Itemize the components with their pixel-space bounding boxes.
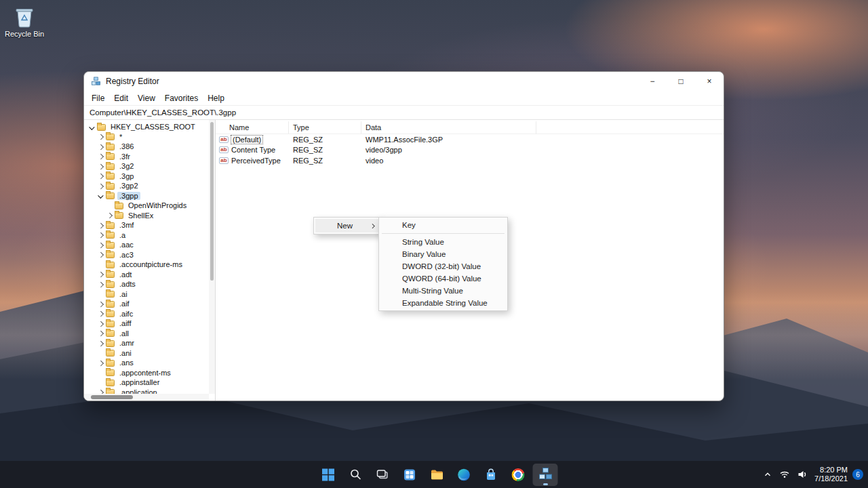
scrollbar-thumb[interactable] [210, 122, 214, 281]
tree-item-a[interactable]: .a [84, 230, 215, 241]
submenu-item-dword-32-bit-value[interactable]: DWORD (32-bit) Value [380, 260, 506, 272]
chevron-right-icon[interactable] [96, 163, 105, 169]
tree-item-aif[interactable]: .aif [84, 299, 215, 309]
folder-icon [106, 321, 115, 327]
chevron-down-icon[interactable] [87, 123, 96, 130]
chevron-right-icon[interactable] [96, 281, 105, 287]
chevron-right-icon[interactable] [96, 300, 105, 307]
network-icon[interactable] [776, 466, 793, 483]
submenu-item-binary-value[interactable]: Binary Value [380, 248, 506, 260]
chevron-right-icon[interactable] [96, 251, 105, 258]
chevron-right-icon[interactable] [96, 310, 105, 317]
context-menu-item-new[interactable]: New [315, 219, 380, 232]
tree-item-aiff[interactable]: .aiff [84, 319, 215, 329]
string-value-icon: ab [219, 146, 229, 153]
tree-item-3gp[interactable]: .3gp [84, 171, 215, 182]
tree-item-appinstaller[interactable]: .appinstaller [84, 378, 215, 388]
tree-item-accountpicture-ms[interactable]: .accountpicture-ms [84, 260, 215, 270]
tree-item-item[interactable]: * [84, 132, 215, 142]
chrome-icon [512, 468, 525, 481]
tree-item-hkey-classes-root[interactable]: HKEY_CLASSES_ROOT [84, 122, 215, 132]
submenu-item-multi-string-value[interactable]: Multi-String Value [380, 285, 506, 297]
maximize-button[interactable]: □ [667, 72, 695, 91]
chevron-right-icon[interactable] [96, 320, 105, 327]
chevron-right-icon[interactable] [96, 232, 105, 239]
hidden-icons-chevron[interactable] [760, 467, 776, 482]
taskbar-button-store[interactable] [479, 464, 504, 486]
taskbar-button-search[interactable] [343, 464, 368, 486]
chevron-right-icon[interactable] [96, 153, 105, 160]
taskbar-button-chrome[interactable] [506, 464, 531, 486]
tree-item-openwithprogids[interactable]: OpenWithProgids [84, 201, 215, 211]
chevron-right-icon[interactable] [96, 173, 105, 180]
value-name: Content Type [231, 146, 275, 154]
tree-item-3mf[interactable]: .3mf [84, 220, 215, 230]
chevron-right-icon[interactable] [96, 222, 105, 228]
menu-favorites[interactable]: Favorites [160, 92, 203, 104]
volume-icon[interactable] [793, 466, 811, 483]
chevron-right-icon[interactable] [96, 359, 105, 366]
notification-badge[interactable]: 6 [852, 469, 863, 480]
column-header-type[interactable]: Type [289, 121, 361, 134]
submenu-item-string-value[interactable]: String Value [380, 236, 506, 248]
chevron-spacer [96, 261, 105, 268]
tree-item-3gp2[interactable]: .3gp2 [84, 181, 215, 191]
chevron-right-icon[interactable] [96, 134, 105, 140]
chevron-down-icon[interactable] [96, 192, 105, 199]
chevron-right-icon[interactable] [96, 271, 105, 278]
submenu-item-key[interactable]: Key [380, 219, 506, 231]
tree-item-ac3[interactable]: .ac3 [84, 250, 215, 260]
folder-icon [115, 212, 123, 219]
taskbar-button-edge[interactable] [452, 464, 477, 486]
taskbar-button-widgets[interactable] [397, 464, 422, 486]
column-header-data[interactable]: Data [361, 121, 536, 134]
tree-item-3fr[interactable]: .3fr [84, 152, 215, 162]
tree-item-adt[interactable]: .adt [84, 270, 215, 280]
tree-item-aac[interactable]: .aac [84, 240, 215, 250]
column-header-name[interactable]: Name [216, 121, 289, 134]
chevron-right-icon[interactable] [96, 330, 105, 337]
value-row-perceivedtype[interactable]: abPerceivedTypeREG_SZvideo [216, 155, 724, 166]
address-input[interactable] [84, 108, 724, 117]
tree-item-ai[interactable]: .ai [84, 289, 215, 300]
tree-item-adts[interactable]: .adts [84, 279, 215, 289]
window-title: Registry Editor [106, 77, 159, 86]
tree-item-amr[interactable]: .amr [84, 338, 215, 348]
tree-item-all[interactable]: .all [84, 329, 215, 339]
chevron-right-icon[interactable] [96, 340, 105, 346]
recycle-bin[interactable]: Recycle Bin [3, 5, 46, 38]
chevron-right-icon[interactable] [96, 241, 105, 248]
tree-item-386[interactable]: .386 [84, 142, 215, 152]
tree-item-ans[interactable]: .ans [84, 358, 215, 368]
tree-item-aifc[interactable]: .aifc [84, 309, 215, 319]
taskbar-clock[interactable]: 8:20 PM 7/18/2021 [811, 466, 852, 483]
chevron-right-icon[interactable] [105, 212, 114, 219]
taskbar-button-start[interactable] [316, 464, 341, 486]
taskbar-button-file-explorer[interactable] [425, 464, 450, 486]
tree-item-appcontent-ms[interactable]: .appcontent-ms [84, 368, 215, 378]
submenu-item-expandable-string-value[interactable]: Expandable String Value [380, 297, 506, 309]
submenu-item-qword-64-bit-value[interactable]: QWORD (64-bit) Value [380, 272, 506, 285]
tree-item-3gpp[interactable]: .3gpp [84, 191, 215, 201]
scrollbar-thumb[interactable] [91, 395, 133, 399]
value-row-content-type[interactable]: abContent TypeREG_SZvideo/3gpp [216, 145, 724, 156]
chevron-right-icon[interactable] [96, 182, 105, 189]
tree-horizontal-scrollbar[interactable] [84, 394, 209, 401]
submenu-arrow-icon [370, 224, 374, 228]
value-name: PerceivedType [231, 157, 281, 165]
taskbar-button-registry-editor[interactable] [533, 464, 558, 486]
value-row-default[interactable]: ab(Default)REG_SZWMP11.AssocFile.3GP [216, 134, 724, 145]
tree-vertical-scrollbar[interactable] [209, 120, 215, 394]
menu-view[interactable]: View [133, 92, 160, 104]
tree-item-3g2[interactable]: .3g2 [84, 161, 215, 171]
minimize-button[interactable]: − [638, 72, 667, 91]
menu-edit[interactable]: Edit [109, 92, 133, 104]
close-button[interactable]: × [695, 72, 724, 91]
menu-help[interactable]: Help [203, 92, 229, 104]
tree-item-ani[interactable]: .ani [84, 348, 215, 359]
tree-item-shellex[interactable]: ShellEx [84, 211, 215, 221]
menu-file[interactable]: File [87, 92, 109, 104]
taskbar-button-task-view[interactable] [370, 464, 395, 486]
chevron-right-icon[interactable] [96, 143, 105, 150]
titlebar[interactable]: Registry Editor −□× [84, 72, 724, 91]
